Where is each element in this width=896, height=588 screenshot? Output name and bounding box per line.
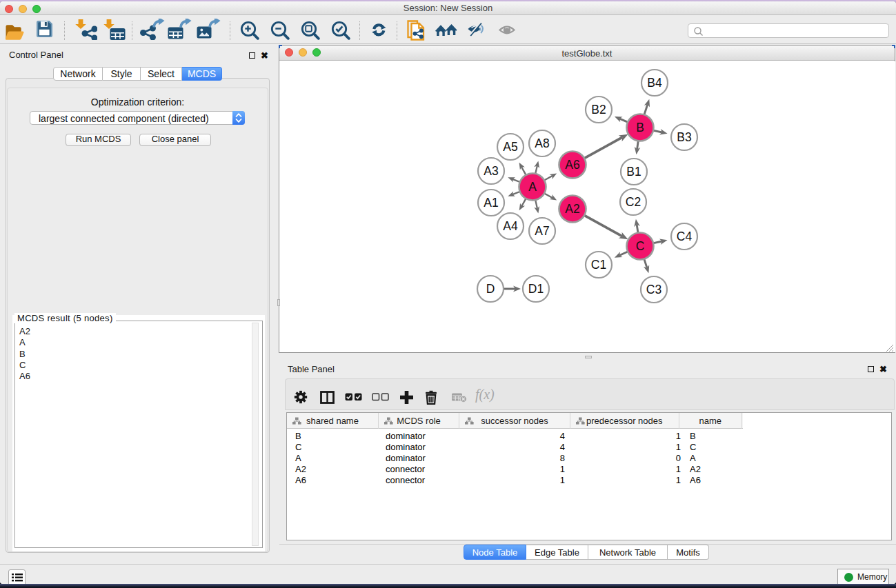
svg-text:B2: B2: [591, 103, 606, 116]
svg-text:B3: B3: [677, 130, 691, 144]
svg-text:A8: A8: [535, 136, 549, 150]
svg-text:A6: A6: [565, 158, 579, 172]
svg-text:A7: A7: [535, 224, 549, 238]
svg-text:D1: D1: [528, 282, 544, 296]
svg-text:C3: C3: [646, 283, 661, 296]
svg-text:A1: A1: [484, 196, 498, 210]
svg-text:A2: A2: [565, 202, 579, 216]
svg-text:B1: B1: [626, 165, 641, 179]
svg-text:C4: C4: [677, 230, 693, 243]
svg-text:C1: C1: [591, 258, 606, 272]
svg-text:B: B: [636, 121, 644, 134]
svg-text:B4: B4: [647, 76, 662, 90]
svg-text:D: D: [486, 282, 495, 296]
svg-text:A3: A3: [484, 164, 498, 178]
svg-text:A5: A5: [503, 140, 517, 154]
svg-text:C2: C2: [626, 195, 641, 209]
svg-text:A: A: [528, 180, 537, 194]
svg-text:A4: A4: [503, 219, 518, 233]
svg-text:C: C: [636, 239, 645, 253]
